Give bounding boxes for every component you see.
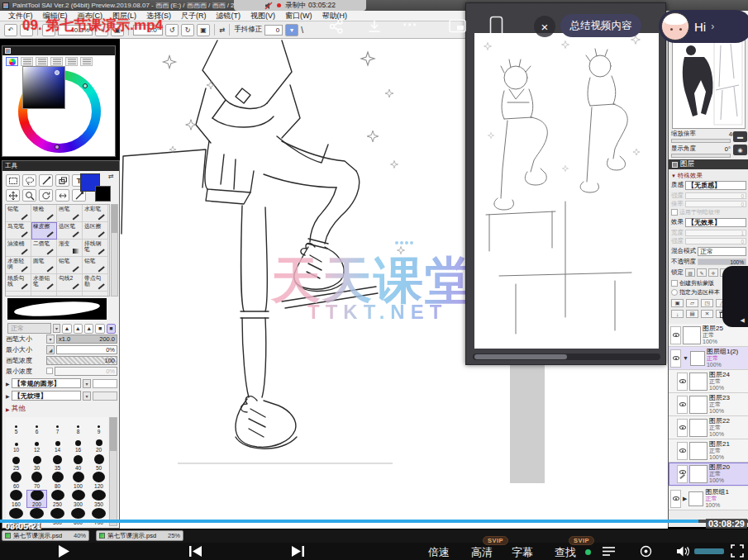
brush-grid-scrollbar[interactable] <box>111 204 118 297</box>
brush-tip-square-2-icon[interactable]: ■ <box>107 324 116 334</box>
new-linework-layer-icon[interactable]: ◳ <box>701 299 713 307</box>
sv-cursor[interactable] <box>55 70 60 75</box>
menu-filter[interactable]: 滤镜(T) <box>212 11 246 21</box>
subtitle-button[interactable]: 字幕 <box>512 545 533 560</box>
swatches-tab-icon[interactable] <box>65 57 78 66</box>
other-settings-row[interactable]: ▶ 其他 <box>6 404 117 414</box>
size-preset[interactable]: 6 <box>26 417 47 435</box>
brush-item-clipped[interactable]: ▁▁ <box>31 292 57 297</box>
size-preset[interactable]: 35 <box>47 453 68 472</box>
next-button[interactable] <box>291 545 305 560</box>
brush-shape-dropdown[interactable]: 【常规的圆形】 <box>12 378 81 388</box>
layer-thumbnail[interactable] <box>689 396 708 414</box>
brush-texture-dropdown[interactable]: 【无纹理】 <box>12 391 81 401</box>
volume-icon[interactable] <box>676 545 690 560</box>
play-button[interactable] <box>56 543 71 560</box>
secondary-color-swatch[interactable] <box>95 186 111 202</box>
folder-expand-icon[interactable]: ▼ <box>683 355 688 361</box>
scratchpad-tab-icon[interactable] <box>80 57 93 66</box>
layer-row[interactable]: 图层24正常100% <box>669 370 748 393</box>
layer-row-selected[interactable]: 图层20正常100% <box>669 463 748 486</box>
saturation-value-picker[interactable] <box>22 66 65 109</box>
layers-panel-titlebar[interactable]: 图层 <box>669 159 748 169</box>
layer-visibility-toggle[interactable] <box>670 326 681 344</box>
brush-mode-dropdown[interactable]: 正常 <box>7 323 51 334</box>
size-preset[interactable]: 80 <box>47 472 68 490</box>
special-effects-header[interactable]: ▼ 特殊效果 <box>671 172 746 180</box>
brush-item[interactable]: 铅笔 <box>6 205 31 222</box>
stabilizer-dropdown-icon[interactable]: ▾ <box>285 24 298 36</box>
navigator-zoom-slider[interactable] <box>671 139 731 143</box>
layer-visibility-toggle[interactable] <box>670 490 681 508</box>
hue-marker[interactable] <box>83 83 88 88</box>
hsv-slider-tab-icon[interactable] <box>36 57 48 66</box>
layer-row[interactable]: 图层23正常100% <box>669 393 748 416</box>
brush-item[interactable]: 水彩笔 <box>83 205 108 222</box>
size-preset[interactable]: 10 <box>6 435 26 453</box>
brush-item[interactable]: 画笔 <box>57 205 83 222</box>
brush-item-selected[interactable]: 橡皮擦 <box>31 222 57 240</box>
flip-icon[interactable]: ⇄ <box>219 26 225 34</box>
layer-group-row[interactable]: ▶ 图层组1正常100% <box>669 487 748 510</box>
size-preset[interactable]: 40 <box>68 453 88 472</box>
layer-visibility-toggle[interactable] <box>677 442 688 460</box>
brush-item[interactable]: 铅笔 <box>57 257 83 274</box>
brush-item-clipped[interactable]: ▁▁ <box>83 292 108 297</box>
reference-hscrollbar-thumb[interactable] <box>474 354 567 359</box>
size-grid-scrollbar[interactable] <box>109 417 117 526</box>
layer-thumbnail[interactable] <box>689 442 708 460</box>
move-tool-icon[interactable] <box>6 189 20 202</box>
size-preset[interactable]: 8 <box>68 417 88 435</box>
layer-visibility-toggle[interactable] <box>670 349 681 368</box>
brush-shape-dropdown-icon[interactable]: ▾ <box>83 379 91 388</box>
brush-item[interactable]: 渐变 <box>57 240 83 257</box>
summarize-video-button[interactable]: 总结视频内容 <box>560 14 641 37</box>
brush-item[interactable]: 马克笔 <box>6 222 31 240</box>
folder-collapsed-icon[interactable]: ▶ <box>683 496 687 502</box>
size-preset-selected[interactable]: 200 <box>26 490 47 508</box>
size-preset[interactable]: 16 <box>68 435 88 453</box>
apply-shade-checkbox[interactable] <box>671 209 678 216</box>
brush-item[interactable]: 水墨轻绸 <box>6 257 31 274</box>
reset-view-button[interactable]: ▣ <box>197 24 210 36</box>
brush-shape-slider[interactable] <box>93 379 117 388</box>
min-density-slider[interactable]: 0% <box>55 367 117 376</box>
fullscreen-icon[interactable] <box>731 544 744 560</box>
hue-marker-secondary[interactable] <box>55 145 60 149</box>
brush-item[interactable]: 铅笔 <box>83 257 108 274</box>
size-preset[interactable]: 120 <box>88 472 109 490</box>
navigator-angle-slider[interactable] <box>671 154 731 158</box>
brush-tip-triangle-1-icon[interactable]: ▲ <box>62 324 71 334</box>
layer-visibility-toggle[interactable] <box>677 373 688 391</box>
new-folder-icon[interactable]: ▱ <box>686 299 698 307</box>
brush-item[interactable]: 纸质勾线 <box>6 274 31 292</box>
brush-item[interactable]: 选区笔 <box>57 222 83 240</box>
layer-visibility-toggle[interactable] <box>677 419 688 437</box>
search-button[interactable]: 查找 <box>555 545 576 560</box>
size-preset[interactable]: 30 <box>26 453 47 472</box>
size-preset[interactable]: 300 <box>68 490 88 508</box>
brush-size-slider[interactable]: x1.0200.0 <box>56 335 117 344</box>
green-dot-icon[interactable] <box>585 549 591 555</box>
rotate-cw-button[interactable]: ↻ <box>181 24 194 36</box>
assistant-hi-button[interactable]: Hi › <box>659 10 748 43</box>
volume-slider[interactable] <box>694 548 724 554</box>
swap-colors-icon[interactable]: ⇄ <box>108 173 114 180</box>
previous-button[interactable] <box>188 545 202 560</box>
layer-texture-dropdown[interactable]: 【无质感】 <box>685 181 746 190</box>
brush-size-unit-icon[interactable]: ▾ <box>46 335 55 344</box>
size-preset[interactable]: 160 <box>6 490 26 508</box>
lock-position-icon[interactable]: ✛ <box>708 268 718 277</box>
size-preset[interactable]: 250 <box>47 490 68 508</box>
size-preset[interactable]: 600 <box>68 508 88 526</box>
device-panel-icon[interactable] <box>489 16 503 40</box>
layer-thumbnail[interactable] <box>683 326 701 344</box>
color-mixer-tab-icon[interactable] <box>50 57 63 66</box>
quality-button[interactable]: 高清 <box>471 545 493 560</box>
brush-item[interactable]: 水墨铅笔 <box>31 274 57 292</box>
wand-tool-icon[interactable] <box>39 174 53 187</box>
folder-thumbnail[interactable] <box>688 491 703 506</box>
effects-collapse-icon[interactable]: ▼ <box>671 173 676 178</box>
menu-view[interactable]: 视图(V) <box>245 11 280 21</box>
reference-hscrollbar[interactable] <box>473 354 660 360</box>
